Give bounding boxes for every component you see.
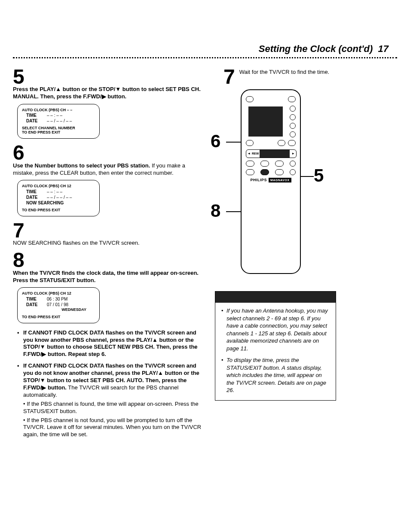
right-triangle-icon	[102, 93, 106, 100]
title-text: Setting the Clock (cont'd)	[259, 43, 373, 54]
status-exit-button-icon	[260, 169, 269, 175]
osd-screen-1: AUTO CLOCK (PBS) CH – – TIME– – : – – DA…	[17, 104, 100, 139]
side-button-icon	[290, 106, 296, 112]
step-6-number: 6	[13, 145, 202, 161]
fn-button-icon	[246, 169, 254, 175]
callout-8: 8	[211, 202, 220, 220]
right-triangle-icon	[42, 384, 46, 391]
speed-button-icon	[246, 140, 254, 146]
bullet-2: If CANNOT FIND CLOCK DATA flashes on the…	[17, 362, 202, 438]
step-5-number: 5	[13, 69, 202, 85]
tv-vcr-button-icon	[288, 96, 296, 102]
volume-button-icon	[288, 140, 296, 146]
up-triangle-icon	[152, 337, 158, 343]
transport-bar-icon: ◂ REW ▸	[246, 149, 297, 158]
dotted-rule	[13, 57, 397, 58]
mute-button-icon	[278, 140, 285, 146]
callout-5: 5	[314, 167, 324, 185]
down-triangle-icon	[115, 86, 121, 92]
sub-bullet-2: • If the PBS channel is not found, you w…	[23, 417, 202, 439]
up-triangle-icon	[158, 370, 163, 376]
callout-6: 6	[211, 132, 220, 150]
step-7-left-text: NOW SEARCHING flashes on the TV/VCR scre…	[13, 240, 202, 247]
helpful-hints-box: If you have an Antenna hookup, you may s…	[215, 291, 336, 401]
fn-button-icon	[290, 169, 296, 175]
remote-illustration: 6 5 8	[206, 89, 397, 278]
page-number: 17	[378, 43, 389, 54]
step-7-right: 7 Wait for the TV/VCR to find the time.	[223, 67, 397, 85]
step-7-left-number: 7	[13, 222, 202, 239]
osd-screen-2: AUTO CLOCK (PBS) CH 12 TIME– – : – – DAT…	[17, 180, 100, 216]
ch-up-icon	[290, 114, 296, 120]
vol-icon	[290, 131, 296, 137]
page-title: Setting the Clock (cont'd) 17	[13, 43, 389, 55]
fn-button-icon	[290, 161, 296, 167]
step-8-number: 8	[13, 252, 202, 268]
right-triangle-icon	[42, 351, 46, 357]
down-triangle-icon	[40, 344, 46, 350]
up-triangle-icon	[55, 86, 61, 92]
remote-control-icon: ◂ REW ▸ PHILIPSMA	[241, 89, 301, 274]
tip-2: To display the time, press the STATUS/EX…	[221, 356, 330, 394]
sub-bullet-1: • If the PBS channel is found, the time …	[23, 401, 202, 415]
troubleshoot-list: If CANNOT FIND CLOCK DATA flashes on the…	[13, 329, 202, 438]
step-5-text: Press the PLAY/ button or the STOP/ butt…	[13, 86, 202, 100]
tipbox-header	[215, 292, 336, 303]
number-keypad-icon	[248, 106, 283, 137]
step-6-text: Use the Number buttons to select your PB…	[13, 162, 202, 177]
ch-dn-icon	[290, 123, 296, 129]
fn-button-icon	[275, 169, 284, 175]
down-triangle-icon	[40, 377, 46, 383]
step-8-text: When the TV/VCR finds the clock data, th…	[13, 270, 202, 284]
fn-button-icon	[246, 161, 254, 167]
tip-1: If you have an Antenna hookup, you may s…	[221, 307, 330, 352]
osd-screen-3: AUTO CLOCK (PBS) CH 12 TIME06 : 30 PM DA…	[17, 287, 100, 323]
fn-button-icon	[260, 161, 269, 167]
bullet-1: If CANNOT FIND CLOCK DATA flashes on the…	[17, 329, 202, 359]
power-button-icon	[246, 96, 254, 102]
remote-brand: PHILIPSMAGNAVOX	[246, 178, 296, 183]
fn-button-icon	[275, 161, 284, 167]
